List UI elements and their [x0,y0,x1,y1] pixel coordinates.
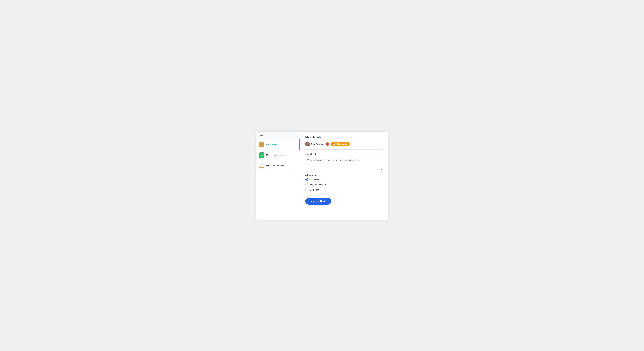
radio-ink-technologies[interactable] [305,183,308,186]
remove-user-button[interactable]: ✕ [326,142,329,146]
page-title: Idea details [305,136,383,139]
sidebar: IDEA Idea details ✓ Provide References W… [256,132,300,220]
radio-label-ark-media: Ark Media [310,178,319,181]
svg-point-1 [307,143,308,145]
close-icon: ✕ [326,143,328,145]
sidebar-header: IDEA [256,132,300,139]
radio-ark-media[interactable] [305,178,308,181]
radio-label-medi-labs: Medi Labs [310,189,319,191]
mark-as-done-button[interactable]: Mark as Done [305,198,332,205]
user-chip: Nina Bowman [305,142,324,146]
main-card: IDEA Idea details ✓ Provide References W… [256,132,388,220]
required-indicator: * [305,153,306,155]
idea-details-icon [259,142,264,147]
client-name-label: Client name [305,174,383,176]
write-title-icon [259,163,264,168]
calendar-icon: 📅 [333,143,336,145]
sidebar-item-label-provide-references: Provide References [266,154,284,156]
client-name-section: Client name Ark Media INK Technologies M… [305,174,383,191]
date-chip[interactable]: 📅 2020-03-20 [331,142,350,146]
idea-brief-textarea[interactable] [305,157,383,170]
radio-item-ink-technologies[interactable]: INK Technologies [305,183,383,186]
sidebar-item-write-title-variations[interactable]: Write Title Variations [256,160,300,171]
user-name: Nina Bowman [311,143,324,145]
sidebar-item-provide-references[interactable]: ✓ Provide References [256,150,300,160]
main-content: Idea details Nina Bowman ✕ 📅 2020 [300,132,388,220]
date-value: 2020-03-20 [337,143,348,145]
client-radio-group: Ark Media INK Technologies Medi Labs [305,178,383,191]
meta-row: Nina Bowman ✕ 📅 2020-03-20 [305,142,383,149]
sidebar-item-idea-details[interactable]: Idea details [256,139,300,150]
idea-brief-section: * Idea brief [305,153,383,171]
idea-brief-label: * Idea brief [305,153,383,155]
radio-item-ark-media[interactable]: Ark Media [305,178,383,181]
sidebar-item-label-idea-details: Idea details [266,143,278,146]
provide-references-icon: ✓ [259,152,264,158]
sidebar-item-label-write-title-variations: Write Title Variations [266,165,285,167]
radio-label-ink-technologies: INK Technologies [310,183,326,186]
check-icon: ✓ [260,153,263,157]
radio-medi-labs[interactable] [305,188,308,191]
radio-item-medi-labs[interactable]: Medi Labs [305,188,383,191]
sidebar-section-label: IDEA [259,135,264,136]
avatar [305,142,310,146]
